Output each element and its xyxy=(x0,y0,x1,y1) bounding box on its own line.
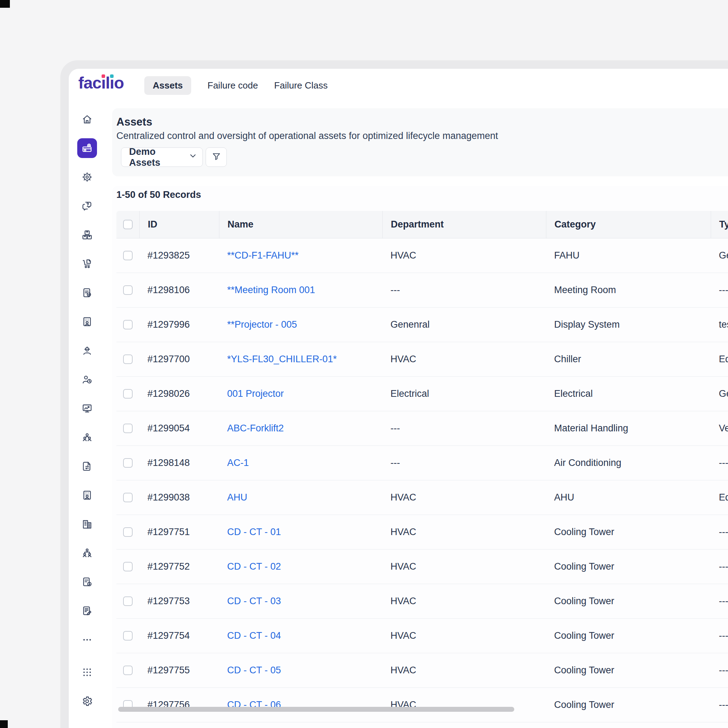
select-all-checkbox[interactable] xyxy=(123,220,133,229)
page-subtitle: Centralized control and oversight of ope… xyxy=(116,130,498,141)
cell-id: #1297751 xyxy=(139,515,219,549)
sidebar-item-inventory[interactable] xyxy=(69,220,106,249)
sidebar-item-transfers[interactable] xyxy=(69,452,106,481)
asset-name-link[interactable]: CD - CT - 05 xyxy=(227,665,281,676)
asset-name-link[interactable]: AHU xyxy=(227,492,247,503)
asset-name-link[interactable]: **Projector - 005 xyxy=(227,319,297,330)
tab-failure-code[interactable]: Failure code xyxy=(207,76,258,95)
sidebar-item-history[interactable] xyxy=(69,567,106,596)
view-selector-button[interactable]: Demo Assets xyxy=(121,147,203,167)
sidebar-item-help-desk[interactable] xyxy=(69,191,106,220)
sidebar-item-visitors[interactable] xyxy=(69,307,106,336)
asset-name-link[interactable]: 001 Projector xyxy=(227,388,284,399)
row-checkbox-cell xyxy=(116,307,139,342)
row-checkbox[interactable] xyxy=(123,251,133,260)
table-row[interactable]: #1299038AHUHVACAHUEq xyxy=(116,480,728,515)
sidebar-item-maintenance[interactable] xyxy=(69,163,106,191)
row-checkbox[interactable] xyxy=(123,285,133,295)
filter-button[interactable] xyxy=(206,147,227,167)
cell-id: #1299038 xyxy=(139,480,219,515)
app-logo: facılıo xyxy=(78,72,124,93)
table-row[interactable]: #1298106**Meeting Room 001---Meeting Roo… xyxy=(116,273,728,307)
column-header-department[interactable]: Department xyxy=(382,211,546,238)
row-checkbox[interactable] xyxy=(123,355,133,364)
chevron-down-icon xyxy=(188,151,197,163)
sidebar-item-teams[interactable] xyxy=(69,423,106,452)
table-row[interactable]: #1293825**CD-F1-FAHU**HVACFAHUGe xyxy=(116,239,728,273)
sidebar-item-attendance[interactable] xyxy=(69,365,106,394)
buildings-list-icon xyxy=(77,514,97,534)
asset-name-link[interactable]: CD - CT - 01 xyxy=(227,527,281,538)
cell-name: CD - CT - 06 xyxy=(219,688,382,722)
cell-category: Chiller xyxy=(546,342,711,376)
asset-name-link[interactable]: **Meeting Room 001 xyxy=(227,284,315,295)
table-row[interactable]: #1299054ABC-Forklift2---Material Handlin… xyxy=(116,411,728,446)
table-row[interactable]: #1298026001 ProjectorElectricalElectrica… xyxy=(116,377,728,411)
column-header-id[interactable]: ID xyxy=(139,211,219,238)
table-row[interactable]: #1298148AC-1---Air Conditioning--- xyxy=(116,446,728,480)
document-clock-icon xyxy=(77,572,97,592)
table-row[interactable]: #1297753CD - CT - 03HVACCooling Tower--- xyxy=(116,584,728,619)
column-header-type[interactable]: Ty xyxy=(711,211,728,238)
row-checkbox-cell xyxy=(116,619,139,653)
cell-name: 001 Projector xyxy=(219,377,382,411)
row-checkbox-cell xyxy=(116,377,139,411)
sidebar-item-more[interactable] xyxy=(69,626,106,654)
row-checkbox[interactable] xyxy=(123,320,133,329)
row-checkbox[interactable] xyxy=(123,562,133,571)
cell-department: HVAC xyxy=(382,619,546,653)
row-checkbox[interactable] xyxy=(123,527,133,537)
table-row[interactable]: #1297996**Projector - 005GenenralDisplay… xyxy=(116,307,728,342)
row-checkbox[interactable] xyxy=(123,389,133,399)
table-row[interactable]: #1297752CD - CT - 02HVACCooling Tower--- xyxy=(116,549,728,584)
sidebar-item-space[interactable] xyxy=(69,481,106,510)
table-row[interactable]: #1297756CD - CT - 06HVACCooling Tower--- xyxy=(116,688,728,722)
settings-gear-icon xyxy=(77,691,97,711)
row-checkbox[interactable] xyxy=(123,424,133,433)
asset-name-link[interactable]: *YLS-FL30_CHILLER-01* xyxy=(227,354,337,365)
document-transfer-icon xyxy=(77,456,97,476)
table-row[interactable]: #1297700*YLS-FL30_CHILLER-01*HVACChiller… xyxy=(116,342,728,377)
asset-name-link[interactable]: CD - CT - 04 xyxy=(227,630,281,641)
cell-category: Cooling Tower xyxy=(546,584,711,618)
row-checkbox[interactable] xyxy=(123,631,133,641)
building-person-icon xyxy=(77,312,97,332)
sidebar-item-inspections[interactable] xyxy=(69,278,106,307)
document-edit-icon xyxy=(77,601,97,621)
asset-name-link[interactable]: CD - CT - 02 xyxy=(227,561,281,572)
asset-name-link[interactable]: CD - CT - 03 xyxy=(227,596,281,607)
sidebar-item-home[interactable] xyxy=(69,105,106,134)
tab-assets[interactable]: Assets xyxy=(144,76,191,95)
sidebar-item-dashboards[interactable] xyxy=(69,394,106,423)
sidebar-item-procurement[interactable] xyxy=(69,249,106,278)
sidebar-item-portfolio[interactable] xyxy=(69,510,106,538)
sidebar-item-settings[interactable] xyxy=(69,687,106,716)
row-checkbox[interactable] xyxy=(123,493,133,502)
column-header-category[interactable]: Category xyxy=(546,211,711,238)
row-checkbox[interactable] xyxy=(123,596,133,606)
cell-department: HVAC xyxy=(382,480,546,515)
sidebar-item-assets[interactable] xyxy=(69,134,106,163)
sidebar-item-hierarchy[interactable] xyxy=(69,538,106,567)
horizontal-scrollbar-thumb[interactable] xyxy=(118,707,514,712)
cell-name: CD - CT - 01 xyxy=(219,515,382,549)
asset-name-link[interactable]: **CD-F1-FAHU** xyxy=(227,250,299,261)
cell-category: Material Handling xyxy=(546,411,711,445)
row-checkbox-cell xyxy=(116,411,139,445)
table-row[interactable]: #1297751CD - CT - 01HVACCooling Tower--- xyxy=(116,515,728,549)
sidebar-item-apps[interactable] xyxy=(69,658,106,687)
table-row[interactable]: #1297754CD - CT - 04HVACCooling Tower--- xyxy=(116,619,728,653)
help-chat-icon xyxy=(77,196,97,216)
sidebar-item-notes[interactable] xyxy=(69,596,106,626)
row-checkbox[interactable] xyxy=(123,665,133,675)
asset-name-link[interactable]: AC-1 xyxy=(227,457,249,468)
asset-name-link[interactable]: ABC-Forklift2 xyxy=(227,423,284,434)
tab-failure-class[interactable]: Failure Class xyxy=(274,76,328,95)
assets-icon xyxy=(77,138,97,158)
cell-type: Eq xyxy=(711,480,728,515)
row-checkbox[interactable] xyxy=(123,458,133,468)
sidebar-item-workforce[interactable] xyxy=(69,336,106,365)
table-row[interactable]: #1297755CD - CT - 05HVACCooling Tower--- xyxy=(116,653,728,688)
row-checkbox-cell xyxy=(116,239,139,273)
column-header-name[interactable]: Name xyxy=(219,211,382,238)
